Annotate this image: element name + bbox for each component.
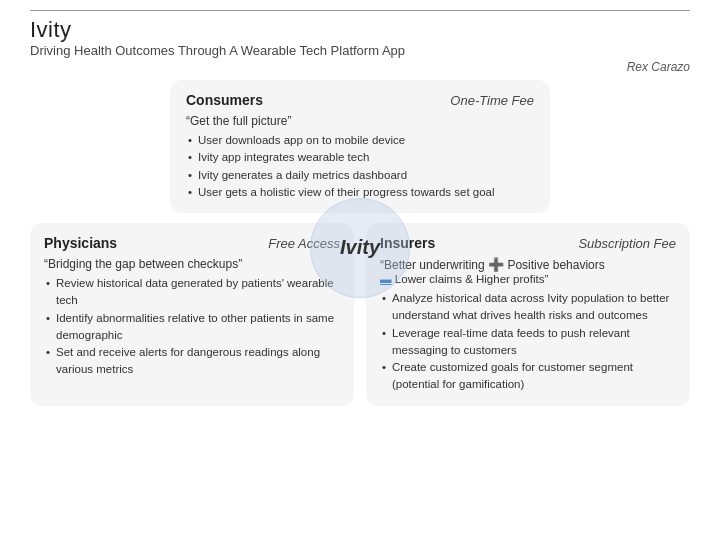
header-section: Ivity Driving Health Outcomes Through A … xyxy=(30,10,690,74)
physicians-card: Physicians Free Access “Bridging the gap… xyxy=(30,223,354,406)
app-subtitle: Driving Health Outcomes Through A Wearab… xyxy=(30,43,690,58)
insurers-card: Insurers Subscription Fee “Better underw… xyxy=(366,223,690,406)
insurers-bullets: Analyze historical data across Ivity pop… xyxy=(380,290,676,394)
insurers-bullet-3: Create customized goals for customer seg… xyxy=(380,359,676,394)
author-line: Rex Carazo xyxy=(30,60,690,74)
app-title: Ivity xyxy=(30,17,690,43)
blue-cross-icon: ➕ xyxy=(488,257,504,272)
insurers-bullet-2: Leverage real-time data feeds to push re… xyxy=(380,325,676,360)
physicians-tagline: “Bridging the gap between checkups” xyxy=(44,257,340,271)
consumers-title: Consumers xyxy=(186,92,263,108)
physicians-bullets: Review historical data generated by pati… xyxy=(44,275,340,379)
consumers-card-header: Consumers One-Time Fee xyxy=(186,92,534,108)
consumers-bullet-1: User downloads app on to mobile device xyxy=(186,132,534,149)
page-wrapper: Ivity Driving Health Outcomes Through A … xyxy=(0,0,720,540)
consumers-bullets: User downloads app on to mobile device I… xyxy=(186,132,534,201)
physicians-card-header: Physicians Free Access xyxy=(44,235,340,251)
insurers-bullet-1: Analyze historical data across Ivity pop… xyxy=(380,290,676,325)
insurers-tagline-part3-text: Lower claims & Higher profits” xyxy=(395,273,548,285)
physicians-title: Physicians xyxy=(44,235,117,251)
physicians-bullet-3: Set and receive alerts for dangerous rea… xyxy=(44,344,340,379)
insurers-tagline: “Better underwriting ➕ Positive behavior… xyxy=(380,257,676,286)
consumers-tagline: “Get the full picture” xyxy=(186,114,534,128)
consumers-bullet-2: Ivity app integrates wearable tech xyxy=(186,149,534,166)
consumers-card: Consumers One-Time Fee “Get the full pic… xyxy=(170,80,550,213)
insurers-fee: Subscription Fee xyxy=(578,236,676,251)
physicians-bullet-1: Review historical data generated by pati… xyxy=(44,275,340,310)
physicians-bullet-2: Identify abnormalities relative to other… xyxy=(44,310,340,345)
consumers-fee: One-Time Fee xyxy=(450,93,534,108)
insurers-card-header: Insurers Subscription Fee xyxy=(380,235,676,251)
consumers-bullet-3: Ivity generates a daily metrics dashboar… xyxy=(186,167,534,184)
main-content: Consumers One-Time Fee “Get the full pic… xyxy=(30,80,690,406)
center-circle: Ivity xyxy=(310,198,410,298)
insurers-tagline-part2: Positive behaviors xyxy=(507,258,604,272)
center-circle-label: Ivity xyxy=(340,236,380,259)
